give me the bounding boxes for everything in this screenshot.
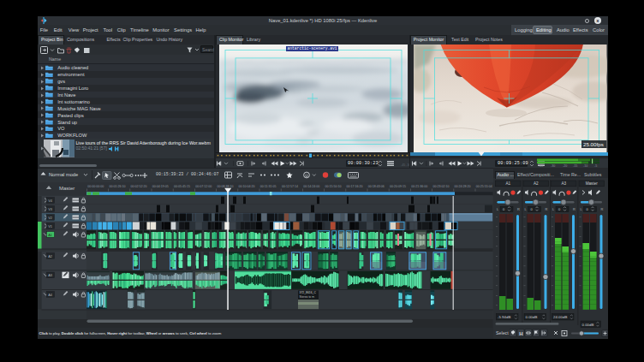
svg-text:00:07:12:00: 00:07:12:00 — [195, 185, 212, 188]
svg-text:00:15:50:10: 00:15:50:10 — [325, 185, 341, 188]
svg-text:L: L — [580, 207, 582, 211]
svg-text:V1: V1 — [48, 223, 53, 228]
svg-text:R: R — [600, 207, 603, 211]
svg-text:00:01:26:10: 00:01:26:10 — [109, 185, 125, 188]
svg-text:00:08:38:10: 00:08:38:10 — [217, 185, 233, 188]
svg-text:24.00dB: 24.00dB — [553, 315, 567, 319]
svg-text:00:17:16:20: 00:17:16:20 — [347, 185, 363, 188]
svg-text:A1: A1 — [505, 181, 510, 186]
svg-text:V2: V2 — [48, 215, 53, 219]
svg-text:00:10:04:20: 00:10:04:20 — [239, 185, 255, 188]
svg-text:00:11:31:05: 00:11:31:05 — [260, 185, 277, 188]
svg-text:Master: Master — [59, 185, 75, 190]
svg-text:A2: A2 — [533, 181, 538, 186]
svg-text:L: L — [497, 207, 499, 211]
svg-text:V3: V3 — [48, 206, 53, 211]
svg-text:00:23:02:10: 00:23:02:10 — [432, 185, 449, 188]
svg-text:0.00dB: 0.00dB — [525, 315, 537, 319]
svg-text:0.00dB: 0.00dB — [581, 322, 593, 326]
svg-text:L: L — [552, 207, 555, 211]
svg-text:L: L — [524, 207, 527, 211]
svg-text:00:21:36:00: 00:21:36:00 — [411, 185, 427, 188]
svg-text:A4: A4 — [48, 292, 53, 296]
svg-text:R: R — [573, 207, 575, 211]
svg-text:00:02:52:20: 00:02:52:20 — [131, 185, 147, 188]
svg-text:00:14:24:00: 00:14:24:00 — [303, 185, 319, 188]
svg-text:R: R — [517, 207, 520, 211]
svg-text:00:20:09:15: 00:20:09:15 — [390, 185, 406, 188]
svg-text:A3: A3 — [561, 181, 566, 186]
svg-text:00:05:45:15: 00:05:45:15 — [174, 185, 190, 188]
svg-text:Stereo to m: Stereo to m — [300, 295, 315, 299]
svg-text:25.00fps: 25.00fps — [583, 141, 604, 147]
svg-text:372_8616_C: 372_8616_C — [300, 291, 317, 294]
svg-text:Master: Master — [585, 181, 598, 186]
svg-text:00:18:43:06: 00:18:43:06 — [368, 185, 385, 188]
svg-text:V4: V4 — [48, 198, 53, 202]
svg-text:00:25:55:04: 00:25:55:04 — [476, 185, 492, 188]
svg-text:H: H — [519, 331, 522, 336]
svg-text:00:04:19:05: 00:04:19:05 — [152, 185, 169, 188]
svg-text:A1: A1 — [48, 232, 53, 236]
svg-text:A3: A3 — [48, 273, 53, 277]
svg-text:00:00:00:00: 00:00:00:00 — [87, 185, 104, 188]
svg-text:-5.94dB: -5.94dB — [498, 315, 510, 319]
svg-text:00:12:57:14: 00:12:57:14 — [282, 185, 298, 188]
svg-text:A2: A2 — [48, 253, 53, 258]
svg-text:00:24:28:20: 00:24:28:20 — [455, 185, 471, 188]
svg-text:R: R — [545, 207, 547, 211]
